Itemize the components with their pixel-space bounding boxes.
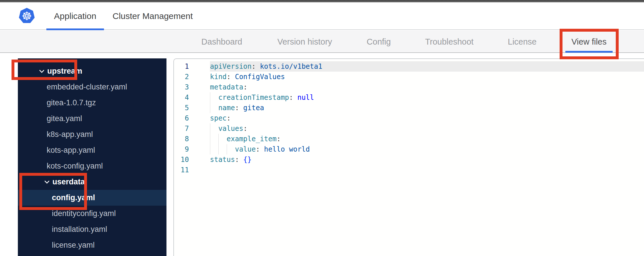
token-val: ConfigValues — [235, 73, 285, 81]
nav-tab-troubleshoot[interactable]: Troubleshoot — [425, 30, 473, 53]
tree-item-label: gitea.yaml — [47, 114, 82, 123]
line-content: values: — [210, 123, 644, 134]
tree-item-label: upstream — [47, 67, 82, 76]
line-number: 6 — [174, 113, 189, 123]
line-number: 8 — [174, 134, 189, 144]
top-tab-label: Cluster Management — [113, 11, 193, 21]
tree-file-config.yaml[interactable]: config.yaml — [18, 190, 166, 206]
token-punc — [210, 145, 235, 153]
tree-file-kots-app.yaml[interactable]: kots-app.yaml — [18, 142, 166, 158]
app-nav-bar: DashboardVersion historyConfigTroublesho… — [0, 30, 644, 53]
indent-guide — [210, 103, 210, 113]
indent-guide — [210, 144, 210, 154]
nav-tab-label: Version history — [277, 37, 332, 47]
token-punc: : — [256, 145, 264, 153]
line-number: 9 — [174, 144, 189, 154]
token-punc: : — [227, 73, 235, 81]
tree-file-embedded-cluster.yaml[interactable]: embedded-cluster.yaml — [18, 79, 166, 95]
token-val: kots.io/v1beta1 — [260, 62, 322, 70]
line-number: 1 — [174, 61, 189, 72]
code-line-4: 4 creationTimestamp: null — [174, 92, 644, 103]
indent-guide — [210, 134, 210, 144]
indent-guide — [210, 123, 210, 134]
token-punc: : — [227, 114, 231, 122]
token-key: values — [218, 125, 243, 133]
nav-tab-version-history[interactable]: Version history — [277, 30, 332, 53]
token-kw: null — [297, 93, 314, 102]
tree-file-gitea.yaml[interactable]: gitea.yaml — [18, 111, 166, 127]
token-key: apiVersion — [210, 62, 252, 70]
tree-item-label: k8s-app.yaml — [47, 130, 93, 139]
token-punc — [210, 93, 218, 102]
window-top-edge — [0, 0, 644, 2]
kots-admin-console: ☸ ApplicationCluster Management Dashboar… — [0, 0, 644, 256]
token-punc: : — [243, 83, 247, 91]
line-content: spec: — [210, 113, 644, 123]
nav-tab-label: Config — [367, 37, 391, 47]
yaml-file-editor[interactable]: 1apiVersion: kots.io/v1beta12kind: Confi… — [173, 58, 644, 256]
line-content: creationTimestamp: null — [210, 92, 644, 103]
tree-folder-userdata[interactable]: userdata — [18, 174, 166, 190]
tree-file-installation.yaml[interactable]: installation.yaml — [18, 221, 166, 237]
line-number: 4 — [174, 92, 189, 103]
token-punc — [210, 104, 218, 112]
line-content: kind: ConfigValues — [210, 72, 644, 82]
top-bar: ☸ ApplicationCluster Management — [0, 2, 644, 30]
tree-file-gitea-1.0.7.tgz[interactable]: gitea-1.0.7.tgz — [18, 95, 166, 111]
code-line-2: 2kind: ConfigValues — [174, 72, 644, 82]
code-line-6: 6spec: — [174, 113, 644, 123]
token-punc: : — [289, 93, 298, 102]
svg-text:☸: ☸ — [22, 9, 32, 23]
tree-folder-upstream[interactable]: upstream — [18, 63, 166, 79]
code-line-1: 1apiVersion: kots.io/v1beta1 — [174, 61, 644, 72]
token-val: hello world — [264, 145, 310, 153]
line-content: status: {} — [210, 154, 644, 165]
tree-file-k8s-app.yaml[interactable]: k8s-app.yaml — [18, 127, 166, 142]
nav-tab-label: View files — [571, 37, 607, 47]
token-punc: : — [252, 62, 260, 70]
token-punc: : — [235, 104, 243, 112]
nav-tab-config[interactable]: Config — [367, 30, 391, 53]
nav-tab-license[interactable]: License — [508, 30, 537, 53]
top-tab-application[interactable]: Application — [46, 2, 104, 30]
tree-item-label: config.yaml — [52, 193, 95, 202]
tree-item-label: identityconfig.yaml — [52, 209, 116, 218]
line-number: 5 — [174, 103, 189, 113]
line-content: metadata: — [210, 82, 644, 92]
line-content: value: hello world — [210, 144, 644, 154]
tree-item-label: gitea-1.0.7.tgz — [47, 98, 96, 107]
tree-item-label: kots-app.yaml — [47, 146, 95, 155]
top-tab-cluster-management[interactable]: Cluster Management — [109, 2, 196, 30]
tree-file-identityconfig.yaml[interactable]: identityconfig.yaml — [18, 206, 166, 221]
kubernetes-logo-icon: ☸ — [18, 7, 35, 24]
line-number: 2 — [174, 72, 189, 82]
nav-tab-label: Troubleshoot — [425, 37, 473, 47]
token-punc: : — [243, 125, 247, 133]
code-line-9: 9 value: hello world — [174, 144, 644, 154]
tree-item-label: license.yaml — [52, 241, 95, 250]
nav-tab-view-files[interactable]: View files — [571, 30, 607, 53]
code-line-5: 5 name: gitea — [174, 103, 644, 113]
token-key: status — [210, 156, 235, 164]
tree-file-license.yaml[interactable]: license.yaml — [18, 237, 166, 253]
code-line-8: 8 example_item: — [174, 134, 644, 144]
code-line-10: 10status: {} — [174, 154, 644, 165]
line-number: 11 — [174, 165, 189, 175]
top-tab-label: Application — [54, 11, 96, 21]
indent-guide — [218, 134, 219, 144]
chevron-down-icon — [44, 179, 50, 185]
line-number: 7 — [174, 123, 189, 134]
token-punc — [210, 125, 218, 133]
indent-guide — [227, 144, 227, 154]
code-line-3: 3metadata: — [174, 82, 644, 92]
tree-item-label: embedded-cluster.yaml — [47, 83, 127, 91]
chevron-down-icon — [39, 68, 45, 74]
nav-tab-dashboard[interactable]: Dashboard — [201, 30, 242, 53]
token-punc: : — [276, 135, 281, 143]
tree-file-kots-config.yaml[interactable]: kots-config.yaml — [18, 158, 166, 174]
line-content: apiVersion: kots.io/v1beta1 — [210, 61, 644, 72]
line-content — [210, 165, 644, 175]
indent-guide — [210, 92, 210, 103]
tree-item-label: userdata — [52, 177, 85, 186]
tree-item-label: kots-config.yaml — [47, 162, 103, 171]
